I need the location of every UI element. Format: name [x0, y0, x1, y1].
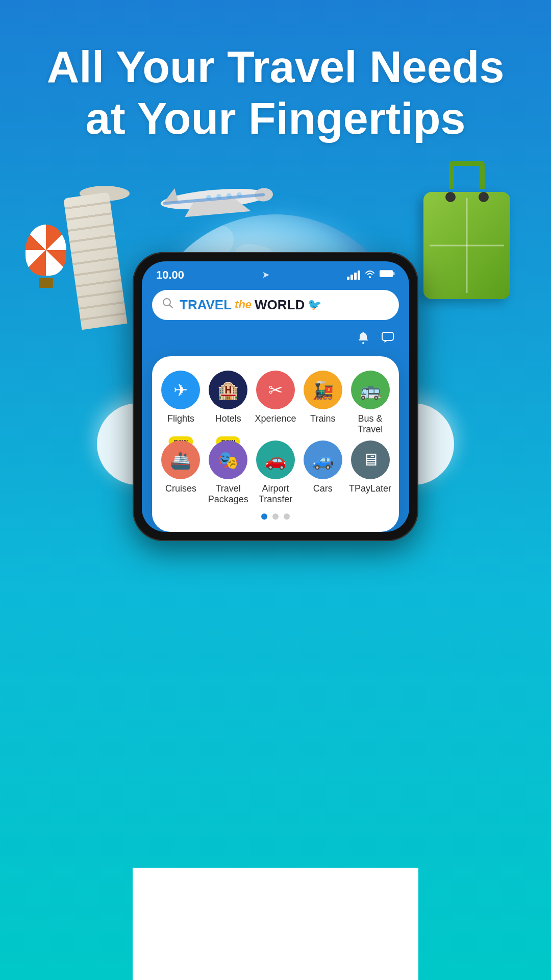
flights-label: Flights: [167, 413, 194, 425]
hero-section: All Your Travel Needs at Your Fingertips: [0, 0, 551, 144]
brand-the: the: [235, 298, 252, 311]
dot-3[interactable]: [284, 513, 290, 520]
airport-transfer-icon: 🚗: [256, 440, 295, 479]
dot-1[interactable]: [261, 513, 267, 520]
suitcase-body: [423, 192, 510, 299]
cars-icon: 🚙: [304, 440, 342, 479]
brand-bird-icon: 🐦: [308, 298, 321, 311]
category-item-hotels[interactable]: 🏨Hotels: [205, 371, 252, 435]
pagination-dots: [157, 513, 394, 522]
category-card: ✈Flights🏨Hotels✂Xperience🚂Trains🚌Bus & T…: [152, 356, 399, 532]
xperience-label: Xperience: [255, 413, 296, 425]
search-bar[interactable]: TRAVEL the WORLD 🐦: [152, 290, 399, 320]
location-icon: ➤: [262, 270, 269, 280]
trains-icon: 🚂: [304, 371, 342, 409]
category-row-2: new🚢Cruisesnew🎭Travel Packages🚗Airport T…: [157, 440, 394, 505]
hero-title: All Your Travel Needs at Your Fingertips: [0, 41, 551, 144]
signal-bar-1: [347, 277, 349, 280]
brand-travel: TRAVEL: [180, 297, 232, 313]
category-item-trains[interactable]: 🚂Trains: [299, 371, 346, 435]
wheel-left: [445, 192, 456, 202]
trains-label: Trains: [310, 413, 335, 425]
illustration-area: 10.00 ➤: [0, 163, 551, 500]
category-item-cars[interactable]: 🚙Cars: [299, 440, 346, 505]
bus-travel-icon: 🚌: [351, 371, 390, 409]
svg-rect-9: [380, 271, 393, 277]
balloon-body: [26, 225, 66, 276]
balloon-basket: [39, 278, 53, 288]
suitcase: [423, 189, 510, 299]
suitcase-wheels: [423, 192, 510, 202]
hotels-icon: 🏨: [209, 371, 247, 409]
travel-packages-icon: 🎭: [209, 440, 247, 479]
travel-packages-label: Travel Packages: [205, 483, 252, 505]
time-display: 10.00: [156, 268, 184, 282]
tpaylater-label: TPayLater: [349, 483, 391, 495]
wifi-icon: [364, 269, 375, 281]
category-item-xperience[interactable]: ✂Xperience: [252, 371, 299, 435]
bottom-strip: [133, 868, 418, 980]
category-item-airport-transfer[interactable]: 🚗Airport Transfer: [252, 440, 299, 505]
tpaylater-icon: 🖥: [351, 440, 390, 479]
signal-indicator: [347, 271, 360, 280]
dot-2[interactable]: [272, 513, 279, 520]
hero-title-line2: at Your Fingertips: [86, 93, 466, 143]
search-brand: TRAVEL the WORLD 🐦: [180, 297, 321, 313]
cruises-label: Cruises: [165, 483, 196, 495]
phone-screen: 10.00 ➤: [142, 261, 409, 532]
hotels-label: Hotels: [215, 413, 241, 425]
xperience-icon: ✂: [256, 371, 295, 409]
hero-title-line1: All Your Travel Needs: [47, 41, 505, 92]
tower-of-pisa: [82, 194, 128, 327]
airport-transfer-label: Airport Transfer: [252, 483, 299, 505]
signal-bar-3: [354, 273, 357, 280]
cars-label: Cars: [313, 483, 333, 495]
status-bar: 10.00 ➤: [142, 261, 409, 286]
svg-rect-10: [393, 272, 395, 275]
flights-icon: ✈: [161, 371, 200, 409]
hot-air-balloon: [26, 225, 66, 288]
wheel-right: [479, 192, 489, 202]
status-icons: [347, 269, 395, 281]
signal-bar-4: [358, 271, 360, 280]
category-row-1: ✈Flights🏨Hotels✂Xperience🚂Trains🚌Bus & T…: [157, 371, 394, 435]
signal-bar-2: [350, 275, 353, 280]
category-item-bus-travel[interactable]: 🚌Bus & Travel: [346, 371, 394, 435]
suitcase-handle: [449, 161, 485, 189]
battery-icon: [380, 270, 395, 280]
svg-rect-14: [382, 332, 393, 340]
svg-line-12: [170, 305, 173, 308]
category-item-cruises[interactable]: new🚢Cruises: [157, 440, 205, 505]
search-icon: [162, 298, 173, 312]
phone: 10.00 ➤: [133, 252, 418, 541]
category-item-flights[interactable]: ✈Flights: [157, 371, 205, 435]
phone-container: 10.00 ➤: [133, 252, 418, 541]
brand-world: WORLD: [255, 297, 305, 313]
cruises-icon: 🚢: [161, 440, 200, 479]
notification-icon[interactable]: [356, 330, 370, 348]
chat-icon[interactable]: [381, 330, 395, 348]
tower-body: [63, 192, 127, 330]
category-item-tpaylater[interactable]: 🖥TPayLater: [346, 440, 394, 505]
action-icons-row: [142, 330, 409, 356]
bus-travel-label: Bus & Travel: [346, 413, 394, 435]
svg-point-13: [362, 342, 364, 344]
category-item-travel-packages[interactable]: new🎭Travel Packages: [205, 440, 252, 505]
